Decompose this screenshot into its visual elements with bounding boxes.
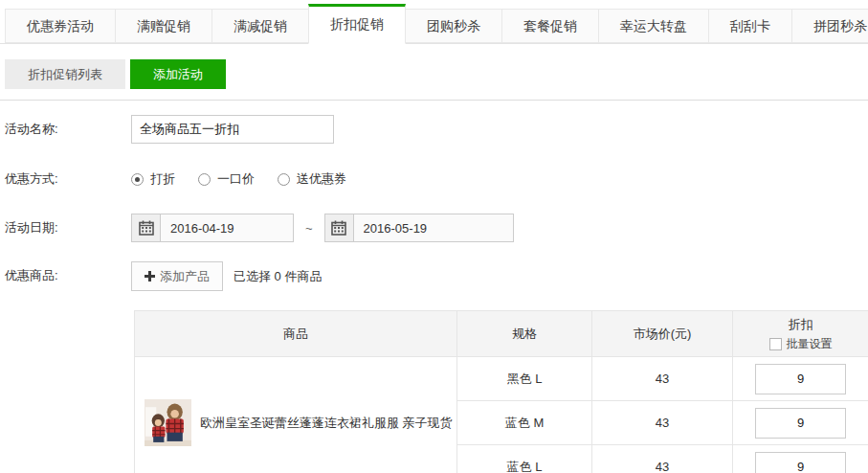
discount-cell — [733, 357, 868, 401]
promotion-admin-page: 优惠券活动 满赠促销 满减促销 折扣促销 团购秒杀 套餐促销 幸运大转盘 刮刮卡… — [0, 0, 868, 473]
activity-date-label: 活动日期: — [5, 214, 131, 242]
tab-scratch-card[interactable]: 刮刮卡 — [708, 9, 792, 43]
radio-unchecked-icon[interactable] — [198, 173, 211, 186]
start-date-input[interactable] — [161, 214, 293, 241]
discount-input[interactable] — [755, 452, 846, 473]
product-cell: 欧洲皇室圣诞蕾丝蓬蓬连衣裙礼服服 亲子现货 — [135, 357, 457, 473]
tab-full-reduction-promo[interactable]: 满减促销 — [211, 9, 309, 43]
radio-option-yikoujia[interactable]: 一口价 — [198, 170, 255, 188]
col-header-spec: 规格 — [457, 311, 592, 357]
radio-unchecked-icon[interactable] — [278, 173, 290, 186]
col-header-discount: 折扣 批量设置 — [733, 311, 868, 357]
batch-set-label: 批量设置 — [787, 336, 833, 352]
col-header-product: 商品 — [135, 311, 457, 357]
date-range: ~ — [131, 214, 514, 242]
radio-label: 打折 — [150, 170, 175, 188]
price-cell: 43 — [592, 357, 733, 401]
add-activity-button[interactable]: 添加活动 — [130, 59, 226, 89]
spec-cell: 蓝色 L — [457, 445, 592, 473]
discount-method-options: 打折 一口价 送优惠券 — [131, 165, 346, 193]
top-tab-bar: 优惠券活动 满赠促销 满减促销 折扣促销 团购秒杀 套餐促销 幸运大转盘 刮刮卡… — [0, 0, 868, 44]
date-range-separator: ~ — [305, 221, 313, 236]
price-cell: 43 — [592, 401, 733, 445]
table-header-row: 商品 规格 市场价(元) 折扣 批量设置 — [135, 311, 868, 357]
spec-cell: 蓝色 M — [457, 401, 592, 445]
tab-pin-group-seckill[interactable]: 拼团秒杀 — [791, 9, 868, 43]
discount-cell — [733, 401, 868, 445]
price-cell: 43 — [592, 445, 733, 473]
activity-name-label: 活动名称: — [5, 115, 131, 144]
tab-group-seckill[interactable]: 团购秒杀 — [405, 9, 502, 43]
product-title: 欧洲皇室圣诞蕾丝蓬蓬连衣裙礼服服 亲子现货 — [200, 415, 453, 432]
tab-lucky-wheel[interactable]: 幸运大转盘 — [598, 9, 709, 43]
end-date-input[interactable] — [354, 214, 513, 241]
discount-list-button[interactable]: 折扣促销列表 — [5, 59, 125, 89]
sub-nav: 折扣促销列表 添加活动 — [5, 59, 868, 89]
discount-method-label: 优惠方式: — [5, 165, 131, 193]
calendar-icon[interactable] — [132, 214, 161, 241]
product-thumbnail-image — [145, 399, 191, 446]
batch-set-control[interactable]: 批量设置 — [769, 336, 833, 352]
batch-set-checkbox[interactable] — [769, 338, 782, 350]
tab-discount-promo[interactable]: 折扣促销 — [308, 4, 406, 44]
activity-name-input[interactable] — [131, 115, 334, 144]
radio-label: 一口价 — [217, 170, 255, 188]
promo-products-label: 优惠商品: — [5, 261, 131, 290]
add-product-button-label: 添加产品 — [160, 268, 210, 285]
col-header-price: 市场价(元) — [592, 311, 733, 357]
table-row: 欧洲皇室圣诞蕾丝蓬蓬连衣裙礼服服 亲子现货 黑色 L 43 — [135, 357, 868, 401]
product-discount-table: 商品 规格 市场价(元) 折扣 批量设置 — [134, 310, 868, 473]
discount-input[interactable] — [755, 408, 846, 439]
tab-full-gift-promo[interactable]: 满赠促销 — [115, 9, 212, 43]
end-date-group — [324, 214, 514, 242]
start-date-group — [131, 214, 294, 242]
section-divider — [0, 100, 868, 101]
discount-cell — [733, 445, 868, 473]
radio-option-dazhe[interactable]: 打折 — [131, 170, 175, 188]
plus-icon — [145, 271, 155, 282]
discount-input[interactable] — [755, 364, 846, 394]
discount-header-label: 折扣 — [789, 316, 813, 333]
radio-checked-icon[interactable] — [131, 173, 144, 186]
activity-form: 活动名称: 优惠方式: 打折 一口价 送优惠券 活动日期 — [0, 115, 868, 291]
selected-count-text: 已选择 0 件商品 — [234, 261, 322, 291]
calendar-icon[interactable] — [325, 214, 354, 241]
radio-option-songyouhuiquan[interactable]: 送优惠券 — [278, 170, 346, 188]
tab-package-promo[interactable]: 套餐促销 — [501, 9, 599, 43]
spec-cell: 黑色 L — [457, 357, 592, 401]
tab-coupon-activity[interactable]: 优惠券活动 — [5, 9, 116, 43]
add-product-button[interactable]: 添加产品 — [131, 261, 223, 291]
radio-label: 送优惠券 — [297, 170, 346, 188]
